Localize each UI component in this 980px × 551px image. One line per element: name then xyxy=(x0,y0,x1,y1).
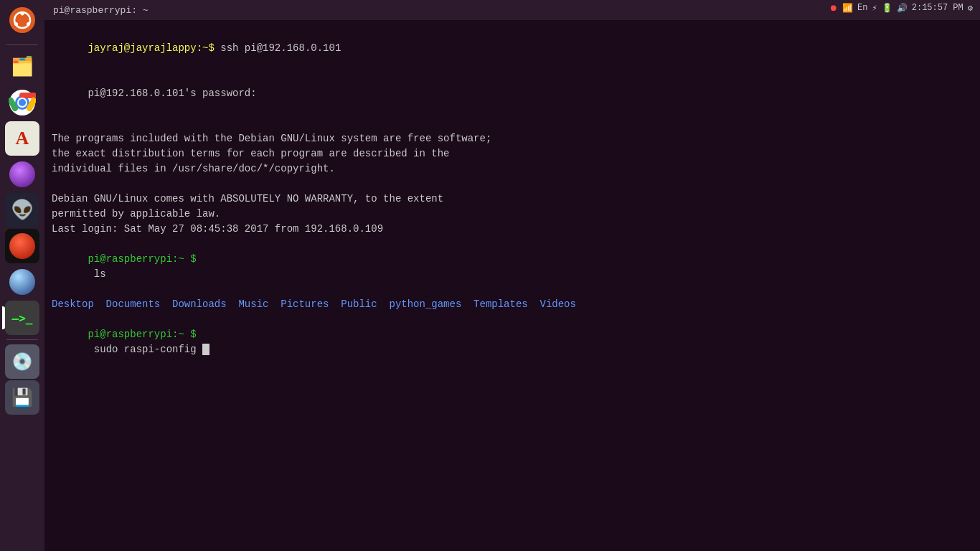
system-topbar: ⏺ 📶 En ⚡ 🔋 🔊 2:15:57 PM ⚙ xyxy=(822,0,980,16)
raspi-command: sudo raspi-config xyxy=(88,344,202,355)
folder-icon: 🗂️ xyxy=(11,55,34,78)
terminal-blank-2 xyxy=(52,176,973,192)
ssh-cmd: ssh pi@192.168.0.101 xyxy=(215,42,341,54)
terminal-line-raspi-prompt: pi@raspberrypi:~ $ sudo raspi-config xyxy=(52,312,973,372)
ubuntu-svg xyxy=(13,11,32,29)
sidebar-item-chrome[interactable] xyxy=(5,85,39,120)
terminal-line-7: permitted by applicable law. xyxy=(52,207,973,222)
sidebar-item-disk[interactable]: 💿 xyxy=(5,344,39,379)
sidebar-item-font[interactable]: A xyxy=(5,121,39,156)
sidebar-item-bottom[interactable]: 💾 xyxy=(5,380,39,415)
font-icon: A xyxy=(16,128,29,149)
battery-icon: 🔋 xyxy=(882,3,892,14)
bluetooth-icon: ⚡ xyxy=(872,3,877,14)
ssh-user: jayraj@jayrajlappy:~$ xyxy=(88,42,214,54)
sidebar-separator xyxy=(6,44,38,45)
terminal-line-2: pi@192.168.0.101's password: xyxy=(52,71,973,116)
wifi-icon: 📶 xyxy=(842,3,853,14)
window-title: pi@raspberrypi: ~ xyxy=(53,5,149,16)
chrome-icon xyxy=(9,89,36,116)
svg-point-3 xyxy=(27,22,30,26)
prompt-1: pi@raspberrypi:~ $ xyxy=(88,253,196,265)
settings-icon[interactable]: ⚙ xyxy=(968,3,973,14)
ubuntu-logo xyxy=(9,7,35,33)
password-prompt: pi@192.168.0.101's password: xyxy=(88,88,256,99)
sidebar-item-purple[interactable] xyxy=(5,157,39,192)
sidebar-separator-2 xyxy=(6,339,38,340)
terminal-line-6: Debian GNU/Linux comes with ABSOLUTELY N… xyxy=(52,192,973,207)
bottom-app-icon: 💾 xyxy=(11,387,33,408)
sidebar-item-terminal[interactable]: –>_ xyxy=(5,301,39,335)
volume-icon: 🔊 xyxy=(897,3,908,14)
sidebar-item-sphere[interactable] xyxy=(5,265,39,299)
cursor xyxy=(202,344,209,355)
svg-point-2 xyxy=(14,22,18,26)
terminal-line-1: jayraj@jayrajlappy:~$ ssh pi@192.168.0.1… xyxy=(52,26,973,71)
terminal-line-4: the exact distribution terms for each pr… xyxy=(52,146,973,161)
terminal-line-5: individual files in /usr/share/doc/*/cop… xyxy=(52,161,973,176)
keyboard-lang: En xyxy=(857,3,867,13)
sidebar-item-alien[interactable]: 👽 xyxy=(5,193,39,227)
svg-point-1 xyxy=(21,12,24,16)
terminal-output[interactable]: jayraj@jayrajlappy:~$ ssh pi@192.168.0.1… xyxy=(44,20,980,551)
prompt-2: pi@raspberrypi:~ $ xyxy=(88,329,196,340)
svg-point-7 xyxy=(19,99,26,106)
terminal-line-3: The programs included with the Debian GN… xyxy=(52,131,973,146)
inkscape-icon xyxy=(9,233,35,259)
terminal-icon: –>_ xyxy=(12,311,33,325)
record-icon: ⏺ xyxy=(829,3,838,14)
purple-icon xyxy=(9,161,35,187)
alien-icon: 👽 xyxy=(11,199,34,222)
clock: 2:15:57 PM xyxy=(912,3,963,13)
sidebar-item-ubuntu[interactable] xyxy=(5,3,39,37)
sphere-icon xyxy=(9,269,35,295)
disk-icon: 💿 xyxy=(11,352,33,372)
terminal-blank-1 xyxy=(52,116,973,131)
main-area: pi@raspberrypi: ~ jayraj@jayrajlappy:~$ … xyxy=(44,0,980,551)
sidebar-item-inkscape[interactable] xyxy=(5,229,39,263)
ls-command: ls xyxy=(88,268,105,280)
terminal-line-8: Last login: Sat May 27 08:45:38 2017 fro… xyxy=(52,222,973,237)
sidebar: 🗂️ A 👽 –>_ 💿 xyxy=(0,0,44,551)
terminal-line-ls-output: Desktop Documents Downloads Music Pictur… xyxy=(52,297,973,312)
terminal-line-ls-prompt: pi@raspberrypi:~ $ ls xyxy=(52,237,973,297)
sidebar-item-files[interactable]: 🗂️ xyxy=(5,50,39,84)
